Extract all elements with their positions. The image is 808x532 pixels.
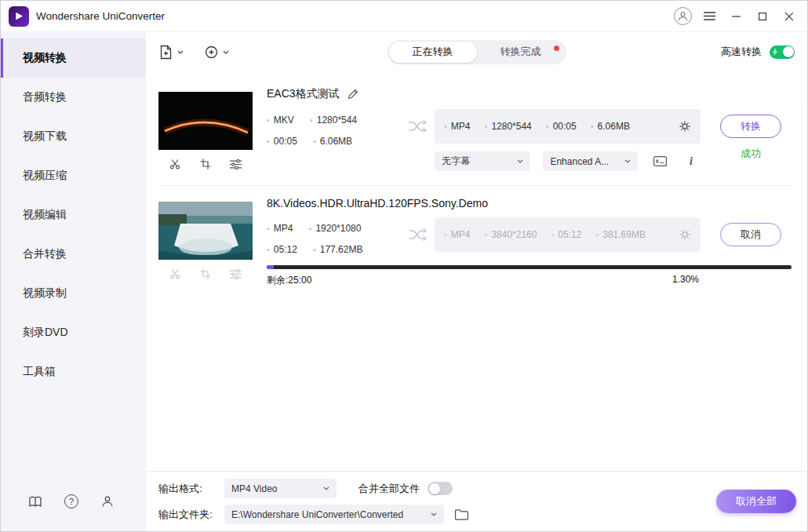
info-icon: i	[690, 155, 693, 168]
sidebar-item-screen-record[interactable]: 视频录制	[1, 274, 146, 313]
close-icon	[785, 13, 793, 20]
subtitle-edit-button[interactable]	[650, 153, 669, 170]
task1-thumb-tools	[158, 154, 253, 174]
task1-source-info: MKV 1280*544 00:05 6.06MB	[267, 109, 400, 147]
high-speed-toggle[interactable]	[770, 46, 795, 59]
user-guide-button[interactable]	[27, 494, 43, 509]
tab-converting[interactable]: 正在转换	[389, 42, 477, 63]
community-button[interactable]	[100, 494, 115, 509]
add-from-device-button[interactable]	[204, 45, 229, 60]
progress-percent: 1.30%	[672, 274, 699, 287]
output-format-select[interactable]: MP4 Video	[224, 479, 337, 498]
sidebar-item-video-edit[interactable]: 视频编辑	[1, 195, 146, 235]
chevron-down-icon	[624, 159, 631, 163]
crop-button[interactable]	[200, 159, 211, 169]
source-size: 6.06MB	[313, 136, 352, 147]
status-tabs: 正在转换 转换完成	[388, 40, 566, 64]
scrollbar-track	[801, 104, 802, 470]
open-folder-button[interactable]	[455, 509, 468, 520]
source-size: 177.62MB	[313, 244, 363, 255]
scissors-icon	[169, 268, 180, 279]
source-duration: 05:12	[267, 244, 297, 255]
convert-direction	[400, 217, 435, 242]
maximize-icon	[759, 13, 766, 20]
task2-title: 8K.Videos.HDR.UltraHD.120FPS.Sony.Demo	[267, 197, 488, 210]
menu-button[interactable]	[696, 5, 722, 28]
sidebar-item-burn-dvd[interactable]: 刻录DVD	[1, 313, 146, 352]
convert-direction	[400, 109, 435, 133]
help-button[interactable]: ?	[64, 494, 79, 509]
sidebar-item-toolbox[interactable]: 工具箱	[1, 352, 146, 392]
subtitle-select[interactable]: 无字幕	[435, 151, 530, 171]
sidebar-item-video-convert[interactable]: 视频转换	[1, 38, 146, 78]
sidebar-item-label: 视频压缩	[23, 169, 67, 183]
alert-dot	[554, 46, 559, 51]
progress-fill	[267, 265, 274, 269]
sidebar-item-video-download[interactable]: 视频下载	[1, 117, 146, 156]
task2-thumb-col	[158, 202, 253, 287]
sidebar-item-label: 视频下载	[23, 129, 67, 144]
sidebar-item-label: 合并转换	[23, 247, 67, 261]
rename-button[interactable]	[348, 89, 359, 100]
sidebar-item-label: 刻录DVD	[23, 326, 68, 340]
crop-icon	[200, 159, 211, 169]
effects-button[interactable]	[230, 159, 242, 169]
sidebar-footer: ?	[27, 494, 115, 509]
hamburger-icon	[704, 12, 715, 20]
sidebar-item-audio-convert[interactable]: 音频转换	[1, 78, 146, 117]
effects-button[interactable]	[230, 269, 242, 279]
task1-details: EAC3格式测试 MKV 1280*544	[267, 86, 792, 174]
cancel-all-button[interactable]: 取消全部	[716, 490, 796, 513]
source-format: MKV	[267, 115, 294, 126]
app-title: Wondershare UniConverter	[36, 10, 165, 22]
sidebar-item-merge-convert[interactable]: 合并转换	[1, 235, 146, 274]
output-duration: 05:12	[551, 229, 581, 240]
chevron-down-icon	[517, 159, 523, 163]
shuffle-icon	[407, 119, 428, 133]
time-remaining: 剩余:25:00	[267, 274, 311, 287]
sidebar-item-video-compress[interactable]: 视频压缩	[1, 156, 146, 195]
add-files-button[interactable]	[158, 45, 184, 60]
sidebar-item-label: 音频转换	[23, 90, 67, 104]
merge-all-toggle[interactable]	[428, 482, 453, 495]
task2-thumbnail[interactable]	[158, 202, 253, 260]
minimize-button[interactable]	[722, 5, 749, 28]
tab-finished[interactable]: 转换完成	[477, 42, 565, 63]
audio-track-select[interactable]: Enhanced A...	[543, 151, 638, 171]
task2-output-settings: MP4 3840*2160 05:12 381.69MB	[435, 217, 701, 252]
maximize-button[interactable]	[749, 5, 776, 28]
convert-button[interactable]: 转换	[720, 115, 781, 138]
close-button[interactable]	[776, 5, 803, 28]
settings-gear-icon[interactable]	[679, 120, 691, 133]
chevron-down-icon	[431, 512, 437, 516]
sidebar: 视频转换 音频转换 视频下载 视频压缩 视频编辑 合并转换 视频录制 刻录DVD…	[1, 32, 146, 531]
output-folder-label: 输出文件夹:	[158, 508, 224, 522]
crop-button[interactable]	[200, 268, 211, 279]
merge-group: 合并全部文件	[359, 482, 453, 496]
info-button[interactable]: i	[682, 153, 701, 170]
output-settings-bar: 输出格式: MP4 Video 合并全部文件 输出文件夹:	[146, 471, 807, 531]
source-resolution: 1920*1080	[309, 223, 362, 234]
toggle-knob	[783, 46, 794, 57]
edit-pencil-icon	[348, 89, 359, 100]
cancel-button[interactable]: 取消	[720, 223, 781, 246]
output-format: MP4	[444, 229, 471, 240]
trim-button[interactable]	[169, 268, 180, 279]
progress-labels: 剩余:25:00 1.30%	[267, 274, 792, 287]
high-speed-label: 高速转换	[721, 45, 762, 59]
toggle-knob	[429, 483, 440, 494]
task2-details: 8K.Videos.HDR.UltraHD.120FPS.Sony.Demo M…	[267, 195, 792, 287]
task1-thumb-col	[158, 92, 253, 174]
progress-bar	[267, 265, 792, 269]
task-row-2: 8K.Videos.HDR.UltraHD.120FPS.Sony.Demo M…	[158, 185, 792, 298]
task1-title: EAC3格式测试	[267, 87, 340, 101]
folder-icon	[455, 509, 468, 520]
settings-gear-icon[interactable]	[679, 228, 691, 241]
output-folder-select[interactable]: E:\Wondershare UniConverter\Converted	[224, 505, 444, 524]
chevron-down-icon	[177, 50, 184, 54]
task1-thumbnail[interactable]	[158, 92, 253, 150]
task-row-1: EAC3格式测试 MKV 1280*544	[158, 76, 792, 185]
trim-button[interactable]	[169, 159, 180, 169]
main-panel: 正在转换 转换完成 高速转换 高速	[146, 32, 807, 531]
account-button[interactable]	[669, 5, 696, 28]
